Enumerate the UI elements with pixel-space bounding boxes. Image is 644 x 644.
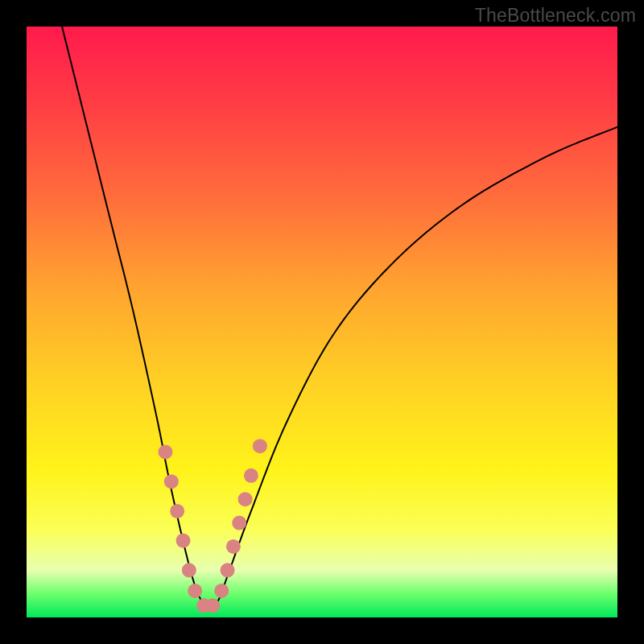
marker-dot [170,504,184,518]
marker-dot [244,469,258,483]
chart-frame: TheBottleneck.com [0,0,644,644]
bottleneck-curve-path [62,27,617,609]
marker-dots [158,439,266,613]
marker-dot [232,516,246,530]
marker-dot [238,492,253,506]
marker-dot [188,584,202,598]
plot-area [27,27,617,617]
marker-dot [182,563,196,577]
watermark-text: TheBottleneck.com [475,5,636,27]
curve-layer [27,27,617,617]
bottleneck-curve [62,27,617,609]
marker-dot [205,598,220,613]
marker-dot [164,474,179,489]
marker-dot [158,444,172,459]
marker-dot [226,539,241,554]
marker-dot [221,563,235,577]
marker-dot [196,598,211,613]
marker-dot [176,534,191,548]
marker-dot [253,439,267,453]
marker-dot [214,584,229,598]
